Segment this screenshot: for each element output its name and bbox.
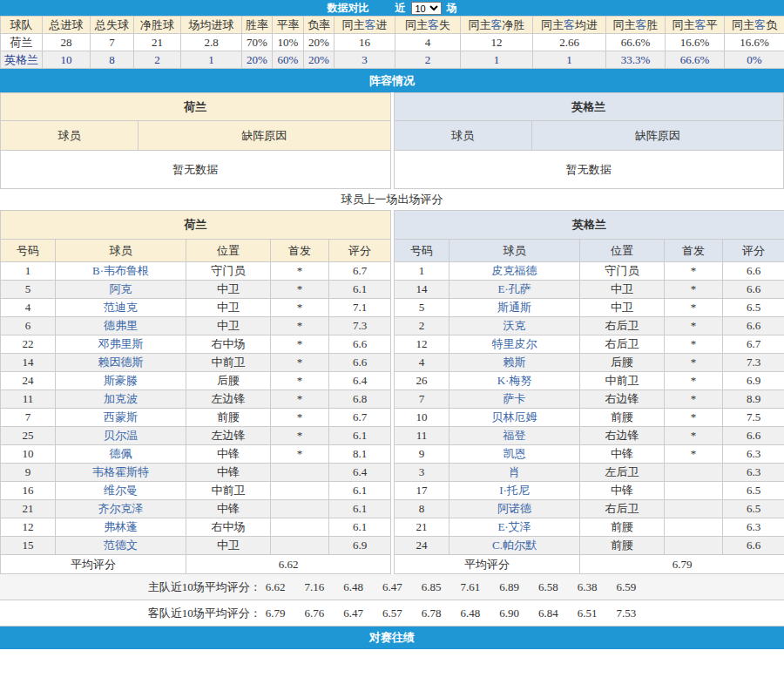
player-name-link[interactable]: 维尔曼 bbox=[104, 484, 138, 497]
player-name[interactable]: 弗林蓬 bbox=[56, 518, 186, 537]
player-name[interactable]: 斯通斯 bbox=[449, 299, 580, 317]
player-name[interactable]: 贝尔温 bbox=[56, 427, 186, 445]
stat-value: 12 bbox=[461, 34, 533, 51]
home-recent-average-label: 主队近10场平均评分： bbox=[148, 579, 261, 595]
stats-col-header: 场均进球 bbox=[181, 17, 242, 34]
stats-col-header: 同主客胜 bbox=[606, 17, 666, 34]
player-name-link[interactable]: 德佩 bbox=[110, 447, 132, 460]
player-starter-mark: * bbox=[665, 317, 723, 335]
player-rating: 6.3 bbox=[723, 445, 784, 464]
player-name-link[interactable]: C.帕尔默 bbox=[492, 539, 537, 552]
player-name[interactable]: E·艾泽 bbox=[449, 518, 580, 537]
player-name-link[interactable]: 斯豪滕 bbox=[104, 374, 138, 387]
player-name-link[interactable]: 福登 bbox=[504, 429, 526, 442]
player-name-link[interactable]: 斯通斯 bbox=[497, 301, 531, 314]
player-name-link[interactable]: E·艾泽 bbox=[497, 520, 531, 533]
player-name[interactable]: 范迪克 bbox=[56, 299, 186, 317]
player-name[interactable]: 萨卡 bbox=[449, 390, 580, 409]
player-name-link[interactable]: 范迪克 bbox=[104, 301, 138, 314]
player-name-link[interactable]: 阿克 bbox=[110, 282, 132, 295]
player-rating: 6.9 bbox=[329, 537, 391, 555]
player-name-link[interactable]: 范德文 bbox=[104, 539, 138, 552]
player-name-link[interactable]: 肖 bbox=[509, 465, 520, 478]
player-name-link[interactable]: 萨卡 bbox=[504, 392, 526, 405]
player-name[interactable]: 韦格霍斯特 bbox=[56, 464, 186, 482]
player-name-link[interactable]: 弗林蓬 bbox=[104, 520, 138, 533]
player-rating: 6.7 bbox=[329, 262, 391, 281]
player-name[interactable]: 肖 bbox=[449, 464, 580, 482]
player-name[interactable]: 特里皮尔 bbox=[449, 335, 580, 354]
player-name-link[interactable]: 贝尔温 bbox=[104, 429, 138, 442]
player-name-link[interactable]: 西蒙斯 bbox=[104, 410, 138, 423]
player-name-link[interactable]: 德弗里 bbox=[104, 319, 138, 332]
player-name[interactable]: B·韦布鲁根 bbox=[56, 262, 186, 281]
player-name[interactable]: 赖因德斯 bbox=[56, 354, 186, 372]
player-name[interactable]: 德佩 bbox=[56, 445, 186, 464]
player-row: 17I·托尼中锋6.5 bbox=[395, 482, 784, 500]
player-position: 中卫 bbox=[186, 281, 271, 299]
player-rating: 6.6 bbox=[723, 317, 784, 335]
player-name-link[interactable]: E·孔萨 bbox=[497, 282, 531, 295]
player-starter-mark bbox=[271, 537, 329, 555]
player-name[interactable]: 维尔曼 bbox=[56, 482, 186, 500]
player-row: 10贝林厄姆前腰*7.5 bbox=[395, 409, 784, 427]
player-name-link[interactable]: 邓弗里斯 bbox=[98, 337, 144, 350]
player-name-link[interactable]: 特里皮尔 bbox=[492, 337, 537, 350]
head-to-head-bar: 对赛往绩 bbox=[0, 627, 784, 649]
player-name-link[interactable]: 齐尔克泽 bbox=[98, 502, 144, 515]
stat-value: 3 bbox=[335, 51, 395, 69]
player-name[interactable]: 皮克福德 bbox=[449, 262, 580, 281]
player-name[interactable]: K·梅努 bbox=[449, 372, 580, 390]
player-name-link[interactable]: 皮克福德 bbox=[492, 264, 537, 277]
player-name[interactable]: 西蒙斯 bbox=[56, 409, 186, 427]
col-position: 位置 bbox=[580, 240, 665, 262]
player-name-link[interactable]: 加克波 bbox=[104, 392, 138, 405]
player-name-link[interactable]: 凯恩 bbox=[504, 447, 526, 460]
stats-compare-table: 球队总进球总失球净胜球场均进球胜率平率负率同主客进同主客失同主客净胜同主客均进同… bbox=[0, 16, 784, 69]
player-row: 21齐尔克泽中锋6.1 bbox=[1, 500, 391, 518]
games-label: 场 bbox=[447, 1, 457, 16]
player-position: 中锋 bbox=[186, 464, 271, 482]
player-name[interactable]: 阿诺德 bbox=[449, 500, 580, 518]
player-starter-mark bbox=[271, 500, 329, 518]
player-rating: 7.1 bbox=[329, 299, 391, 317]
player-position: 中锋 bbox=[580, 445, 665, 464]
col-number: 号码 bbox=[395, 240, 449, 262]
player-rating: 6.6 bbox=[723, 262, 784, 281]
player-name[interactable]: C.帕尔默 bbox=[449, 537, 580, 555]
player-name-link[interactable]: 赖因德斯 bbox=[98, 356, 144, 369]
player-name[interactable]: 沃克 bbox=[449, 317, 580, 335]
player-name-link[interactable]: 赖斯 bbox=[504, 356, 526, 369]
player-name-link[interactable]: 阿诺德 bbox=[497, 502, 531, 515]
player-name[interactable]: 阿克 bbox=[56, 281, 186, 299]
player-name[interactable]: E·孔萨 bbox=[449, 281, 580, 299]
player-name[interactable]: 贝林厄姆 bbox=[449, 409, 580, 427]
player-name[interactable]: 凯恩 bbox=[449, 445, 580, 464]
player-name[interactable]: 邓弗里斯 bbox=[56, 335, 186, 354]
recent-rating-value: 7.61 bbox=[461, 580, 481, 594]
player-name-link[interactable]: B·韦布鲁根 bbox=[92, 264, 149, 277]
recent-rating-value: 6.76 bbox=[305, 606, 325, 620]
player-name-link[interactable]: 沃克 bbox=[504, 319, 526, 332]
rating-home-average-row: 平均评分 6.62 bbox=[1, 555, 391, 574]
player-name[interactable]: 福登 bbox=[449, 427, 580, 445]
player-name-link[interactable]: 贝林厄姆 bbox=[492, 410, 537, 423]
player-row: 3肖左后卫6.3 bbox=[395, 464, 784, 482]
player-name[interactable]: 斯豪滕 bbox=[56, 372, 186, 390]
recent-games-select[interactable]: 10 bbox=[411, 2, 442, 15]
player-name-link[interactable]: 韦格霍斯特 bbox=[92, 465, 149, 478]
player-name[interactable]: 德弗里 bbox=[56, 317, 186, 335]
player-name[interactable]: 齐尔克泽 bbox=[56, 500, 186, 518]
rating-table-home: 荷兰 号码 球员 位置 首发 评分 1B·韦布鲁根守门员*6.75阿克中卫*6.… bbox=[0, 210, 391, 574]
player-name-link[interactable]: K·梅努 bbox=[497, 374, 532, 387]
player-name[interactable]: 赖斯 bbox=[449, 354, 580, 372]
player-starter-mark: * bbox=[665, 299, 723, 317]
player-name[interactable]: 范德文 bbox=[56, 537, 186, 555]
player-position: 守门员 bbox=[186, 262, 271, 281]
player-name-link[interactable]: I·托尼 bbox=[499, 484, 530, 497]
player-name[interactable]: 加克波 bbox=[56, 390, 186, 409]
col-player: 球员 bbox=[449, 240, 580, 262]
stat-value: 2.66 bbox=[533, 34, 606, 51]
player-name[interactable]: I·托尼 bbox=[449, 482, 580, 500]
player-position: 中锋 bbox=[186, 500, 271, 518]
